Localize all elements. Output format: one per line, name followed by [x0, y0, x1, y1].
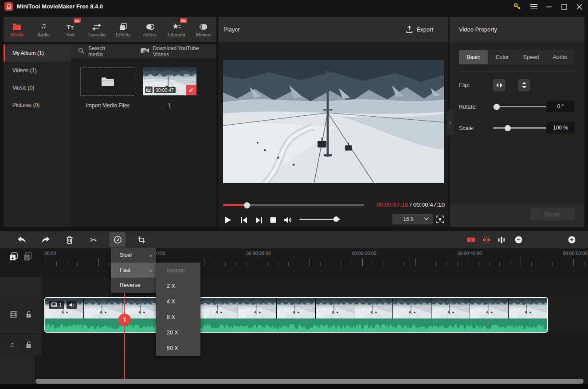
rotate-label: Rotate: [459, 104, 477, 110]
player-panel: Player Export 00:00:07:16 / 00:00:47:10 … [218, 17, 448, 227]
export-button[interactable]: Export [406, 17, 433, 42]
tab-color[interactable]: Color [488, 50, 517, 64]
fullscreen-button[interactable] [435, 214, 445, 224]
clip-number: 1 [59, 302, 62, 307]
next-frame-button[interactable] [254, 215, 264, 225]
import-media-dropzone[interactable] [80, 67, 135, 96]
youtube-download-icon[interactable] [141, 47, 149, 55]
timeline-toolbar: ✂ [0, 231, 588, 248]
zoom-in-button[interactable] [564, 231, 580, 248]
speed-menu: Slow › Fast › Reverse [111, 248, 156, 293]
tab-basic[interactable]: Basic [459, 50, 488, 64]
aspect-ratio-value: 16:9 [403, 216, 413, 222]
menu-item-fast[interactable]: Fast › [111, 263, 156, 278]
zoom-out-button[interactable] [510, 231, 526, 248]
unlock-icon[interactable] [26, 311, 31, 320]
sidebar-item-my-album[interactable]: My Album (1) [4, 44, 71, 62]
sidebar-item-music[interactable]: Music (0) [4, 79, 71, 96]
video-property-panel: Video Property Basic Color Speed Audio F… [450, 17, 584, 227]
redo-button[interactable] [38, 231, 54, 248]
previous-frame-button[interactable] [239, 215, 249, 225]
rotate-handle[interactable] [494, 104, 500, 110]
playhead-split-button[interactable]: ✂ [118, 314, 131, 326]
submenu-item-4x[interactable]: 4 X [156, 294, 200, 309]
rotate-value: 0 ° [547, 101, 574, 112]
speed-button[interactable] [110, 232, 125, 247]
tab-label: Filters [143, 32, 157, 37]
scrollbar-thumb[interactable] [35, 379, 584, 384]
search-icon[interactable] [78, 47, 85, 56]
film-track-icon [10, 311, 17, 319]
tab-speed[interactable]: Speed [517, 50, 545, 64]
stop-button[interactable] [268, 215, 278, 225]
menu-icon[interactable] [529, 2, 539, 12]
minimize-button[interactable] [544, 2, 554, 12]
tab-label: Media [10, 32, 24, 37]
volume-icon[interactable] [282, 215, 294, 225]
timeline-ruler[interactable]: 00:00 00:00:10:00 00:00:20:00 00:00:30:0… [0, 248, 588, 271]
menu-item-reverse[interactable]: Reverse [111, 278, 156, 293]
sidebar-item-label: Music (0) [12, 85, 34, 91]
rotate-slider[interactable] [493, 106, 546, 107]
split-scissors-button[interactable]: ✂ [86, 231, 102, 248]
audio-level-icon[interactable] [494, 231, 510, 248]
seek-handle[interactable] [244, 202, 250, 208]
play-button[interactable] [223, 215, 233, 225]
sidebar-item-pictures[interactable]: Pictures (0) [4, 96, 71, 114]
scale-handle[interactable] [505, 125, 511, 131]
library-sidebar: My Album (1) Videos (1) Music (0) Pictur… [4, 44, 71, 227]
property-title: Video Property [459, 26, 497, 33]
submenu-item-50x[interactable]: 50 X [156, 340, 200, 356]
tab-elements[interactable]: Ne Element [163, 17, 190, 42]
media-clip-thumbnail[interactable]: 00:00:47 ✓ [143, 67, 196, 95]
download-youtube-button[interactable]: Download YouTube Videos [153, 45, 216, 58]
maximize-button[interactable] [559, 2, 569, 12]
unlock-icon[interactable] [26, 341, 31, 350]
sidebar-item-label: My Album (1) [12, 50, 44, 56]
time-display: 00:00:07:16 / 00:00:47:10 [376, 201, 445, 208]
scale-slider[interactable] [493, 127, 546, 129]
crop-button[interactable] [133, 231, 149, 248]
text-icon: TT [67, 22, 74, 31]
submenu-item-2x[interactable]: 2 X [156, 278, 200, 294]
motion-icon [199, 22, 208, 31]
tab-label: Element [168, 32, 185, 37]
clip-audio-chip[interactable] [67, 301, 77, 309]
submenu-item-8x[interactable]: 8 X [156, 309, 200, 325]
collapse-panel-chevron[interactable]: › [447, 110, 454, 135]
sidebar-item-videos[interactable]: Videos (1) [4, 62, 71, 79]
delete-button[interactable] [62, 231, 78, 248]
video-track-header [0, 295, 42, 334]
close-button[interactable] [574, 2, 584, 12]
tab-transition[interactable]: Transitio [83, 17, 110, 42]
register-key-icon[interactable] [512, 2, 522, 12]
scale-label: Scale: [459, 125, 474, 131]
film-icon [145, 86, 153, 93]
flip-horizontal-button[interactable] [493, 79, 506, 91]
ruler-label: 00:00:40:00 [443, 251, 496, 256]
submenu-item-20x[interactable]: 20 X [156, 325, 200, 340]
music-track-header: ♫ [0, 334, 42, 355]
overlay-track-row [0, 277, 588, 295]
tab-motion[interactable]: Motion [190, 17, 216, 42]
tab-label: Transitio [87, 32, 106, 37]
tab-text[interactable]: Ne TT Text [57, 17, 83, 42]
split-marker-icon[interactable] [478, 231, 494, 248]
undo-button[interactable] [14, 231, 30, 248]
tab-filters[interactable]: Filters [137, 17, 163, 42]
tab-audio[interactable]: ♫ Audio [30, 17, 57, 42]
aspect-ratio-select[interactable]: 16:9 [392, 214, 433, 224]
tab-media[interactable]: Media [4, 17, 30, 42]
export-icon [406, 26, 413, 33]
tab-audio[interactable]: Audio [545, 50, 574, 64]
submenu-arrow-icon: › [150, 252, 152, 259]
timeline-area: 00:00 00:00:10:00 00:00:20:00 00:00:30:0… [0, 248, 588, 384]
fit-timeline-icon[interactable] [463, 231, 479, 248]
volume-handle[interactable] [333, 216, 339, 222]
menu-item-slow[interactable]: Slow › [111, 248, 156, 263]
tab-effects[interactable]: Effects [110, 17, 137, 42]
flip-vertical-button[interactable] [518, 79, 530, 91]
search-media-button[interactable]: Search media [88, 45, 121, 58]
star-element-icon [172, 22, 181, 31]
film-icon [51, 303, 57, 307]
